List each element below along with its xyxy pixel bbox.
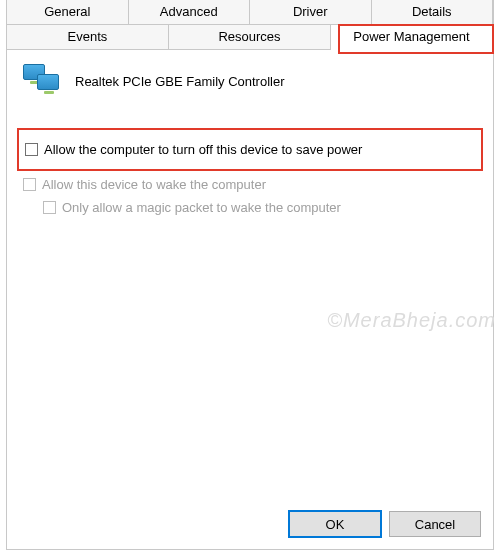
ok-button[interactable]: OK	[289, 511, 381, 537]
cancel-button[interactable]: Cancel	[389, 511, 481, 537]
tab-events[interactable]: Events	[7, 25, 169, 50]
option-allow-turn-off[interactable]: Allow the computer to turn off this devi…	[25, 138, 475, 161]
tab-power-management[interactable]: Power Management	[331, 25, 493, 50]
option-label: Only allow a magic packet to wake the co…	[62, 200, 341, 215]
tab-strip: General Advanced Driver Details Events R…	[7, 0, 493, 50]
option-label: Allow the computer to turn off this devi…	[44, 142, 362, 157]
option-label: Allow this device to wake the computer	[42, 177, 266, 192]
tab-content: Realtek PCIe GBE Family Controller Allow…	[7, 50, 493, 233]
tab-advanced[interactable]: Advanced	[129, 0, 251, 25]
network-adapter-icon	[23, 64, 63, 98]
device-header: Realtek PCIe GBE Family Controller	[23, 64, 477, 98]
highlight-option-annotation: Allow the computer to turn off this devi…	[17, 128, 483, 171]
tab-general[interactable]: General	[7, 0, 129, 25]
checkbox-magic-packet	[43, 201, 56, 214]
option-magic-packet: Only allow a magic packet to wake the co…	[23, 196, 477, 219]
tab-resources[interactable]: Resources	[169, 25, 331, 50]
checkbox-allow-wake	[23, 178, 36, 191]
properties-dialog: General Advanced Driver Details Events R…	[6, 0, 494, 550]
tab-details[interactable]: Details	[372, 0, 494, 25]
button-bar: OK Cancel	[289, 511, 481, 537]
tab-driver[interactable]: Driver	[250, 0, 372, 25]
device-name: Realtek PCIe GBE Family Controller	[75, 74, 285, 89]
option-allow-wake: Allow this device to wake the computer	[23, 173, 477, 196]
checkbox-allow-turn-off[interactable]	[25, 143, 38, 156]
